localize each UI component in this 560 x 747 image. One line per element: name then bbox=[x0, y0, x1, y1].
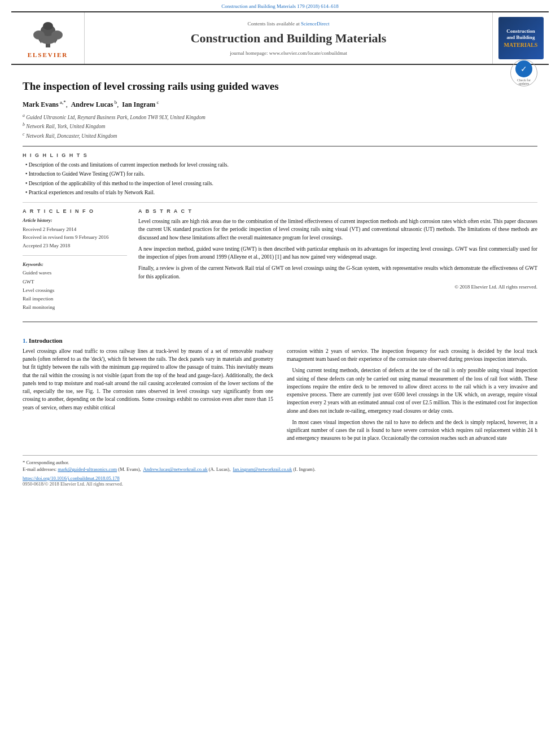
introduction-section: 1. Introduction Level crossings allow ro… bbox=[23, 331, 537, 446]
svg-point-3 bbox=[43, 22, 53, 30]
intro-text-right: corrosion within 2 years of service. The… bbox=[287, 347, 537, 443]
email-link-lucas[interactable]: Andrew.lucas@networkrail.co.uk bbox=[143, 466, 207, 472]
journal-reference: Construction and Building Materials 179 … bbox=[221, 3, 338, 9]
highlight-item: Description of the applicability of this… bbox=[25, 180, 537, 187]
divider-after-highlights bbox=[23, 202, 537, 203]
highlights-label: H I G H L I G H T S bbox=[23, 152, 537, 158]
check-updates-badge: ✓ Check forupdates bbox=[510, 76, 537, 86]
divider-keywords bbox=[23, 255, 127, 256]
sciencedirect-link[interactable]: ScienceDirect bbox=[301, 21, 329, 27]
journal-header: ELSEVIER Contents lists available at Sci… bbox=[11, 11, 549, 65]
affiliations: a Guided Ultrasonic Ltd, Reynard Busines… bbox=[23, 112, 537, 140]
keywords-label: Keywords: bbox=[23, 261, 127, 267]
journal-reference-bar: Construction and Building Materials 179 … bbox=[0, 0, 560, 11]
divider-body bbox=[23, 321, 537, 322]
intro-heading: 1. Introduction bbox=[23, 337, 537, 344]
highlights-section: H I G H L I G H T S Description of the c… bbox=[23, 152, 537, 196]
article-info-abstract: A R T I C L E I N F O Article history: R… bbox=[23, 208, 537, 312]
section-number: 1. bbox=[23, 337, 27, 344]
svg-point-5 bbox=[51, 30, 63, 40]
highlights-list: Description of the costs and limitations… bbox=[25, 161, 537, 196]
abstract-text: Level crossing rails are high risk areas… bbox=[138, 217, 537, 281]
journal-title: Construction and Building Materials bbox=[191, 31, 387, 46]
email-link-evans[interactable]: mark@guided-ultrasonics.com bbox=[58, 466, 117, 472]
divider-after-affiliations bbox=[23, 146, 537, 147]
abstract-copyright: © 2018 Elsevier Ltd. All rights reserved… bbox=[138, 284, 537, 290]
journal-logo-box: Construction and Building MATERIALS bbox=[498, 17, 544, 59]
issn-line: 0950-0618/© 2018 Elsevier Ltd. All right… bbox=[23, 481, 537, 487]
authors-line: Mark Evans a,*, Andrew Lucas b, Ian Ingr… bbox=[23, 99, 537, 109]
main-content: ✓ Check forupdates The inspection of lev… bbox=[0, 65, 560, 492]
intro-body-cols: Level crossings allow road traffic to cr… bbox=[23, 347, 537, 446]
doi-line: https://doi.org/10.1016/j.conbuildmat.20… bbox=[23, 475, 537, 481]
article-info-col: A R T I C L E I N F O Article history: R… bbox=[23, 208, 127, 312]
highlight-item: Description of the costs and limitations… bbox=[25, 161, 537, 169]
sciencedirect-line: Contents lists available at ScienceDirec… bbox=[248, 21, 330, 27]
intro-text-left: Level crossings allow road traffic to cr… bbox=[23, 347, 273, 412]
doi-link[interactable]: https://doi.org/10.1016/j.conbuildmat.20… bbox=[23, 475, 120, 481]
intro-col-right: corrosion within 2 years of service. The… bbox=[287, 347, 537, 446]
page-footer: * Corresponding author. E-mail addresses… bbox=[23, 455, 537, 487]
highlight-item: Practical experiences and results of tri… bbox=[25, 189, 537, 196]
elsevier-text: ELSEVIER bbox=[28, 51, 68, 58]
keywords-list: Guided waves GWT Level crossings Rail in… bbox=[23, 269, 127, 312]
elsevier-tree-icon bbox=[25, 18, 71, 49]
journal-logo-right: Construction and Building MATERIALS bbox=[492, 12, 549, 64]
journal-homepage: journal homepage: www.elsevier.com/locat… bbox=[230, 50, 347, 56]
logo-materials-text: MATERIALS bbox=[504, 42, 538, 48]
abstract-col: A B S T R A C T Level crossing rails are… bbox=[138, 208, 537, 312]
section-title: Introduction bbox=[29, 337, 63, 344]
article-title: The inspection of level crossing rails u… bbox=[23, 80, 537, 94]
email-link-ingram[interactable]: Ian.ingram@networkrail.co.uk bbox=[233, 466, 292, 472]
article-info-label: A R T I C L E I N F O bbox=[23, 208, 127, 214]
abstract-label: A B S T R A C T bbox=[138, 208, 537, 214]
author-andrew-lucas: Andrew Lucas bbox=[71, 101, 113, 108]
svg-point-4 bbox=[33, 30, 45, 40]
corresponding-author-note: * Corresponding author. E-mail addresses… bbox=[23, 459, 537, 474]
elsevier-logo: ELSEVIER bbox=[11, 12, 85, 64]
journal-center: Contents lists available at ScienceDirec… bbox=[85, 12, 492, 64]
author-mark-evans: Mark Evans bbox=[23, 101, 59, 108]
logo-construction-text: Construction and Building bbox=[506, 28, 535, 41]
author-ian-ingram: Ian Ingram bbox=[122, 101, 155, 108]
article-history: Received 2 February 2014 Received in rev… bbox=[23, 225, 127, 250]
article-history-label: Article history: bbox=[23, 217, 127, 223]
page: Construction and Building Materials 179 … bbox=[0, 0, 560, 747]
highlight-item: Introduction to Guided Wave Testing (GWT… bbox=[25, 171, 537, 178]
intro-col-left: Level crossings allow road traffic to cr… bbox=[23, 347, 273, 446]
